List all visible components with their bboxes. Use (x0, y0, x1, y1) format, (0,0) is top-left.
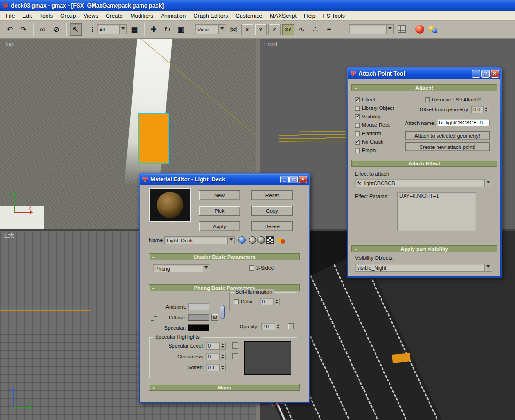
pick-button[interactable]: Pick (199, 206, 240, 216)
menu-group[interactable]: Group (56, 12, 79, 20)
material-editor-button[interactable] (427, 23, 439, 36)
new-button[interactable]: New (199, 190, 240, 200)
material-editor-titlebar[interactable]: Ψ Material Editor - Light_Deck _ □ ✕ (140, 174, 309, 185)
minimize-button[interactable]: _ (280, 176, 289, 183)
material-name-dropdown[interactable]: Light_Deck (164, 236, 235, 244)
rollout-apply-part-visibility[interactable]: - Apply part visibility (351, 245, 497, 252)
menu-help[interactable]: Help (300, 12, 320, 20)
select-by-name-button[interactable]: ▤ (128, 23, 140, 36)
rectangular-selection-region-button[interactable] (83, 23, 95, 36)
viewport-left-label[interactable]: Left (4, 233, 14, 239)
mouse-rect-checkbox[interactable]: Mouse Rect (355, 122, 390, 128)
menu-file[interactable]: File (2, 12, 18, 20)
specular-level-map-button[interactable] (232, 342, 238, 349)
specular-level-spinner[interactable]: 0 (206, 342, 226, 350)
spinner-arrows[interactable] (274, 298, 280, 305)
select-object-button[interactable]: ↖ (70, 23, 82, 36)
menu-animation[interactable]: Animation (157, 12, 189, 20)
create-new-attach-point-button[interactable]: Create new attach point! (405, 142, 490, 151)
attach-to-selected-geometry-button[interactable]: Attach to selected geometry! (405, 131, 490, 140)
diffuse-color-swatch[interactable] (188, 314, 209, 321)
apply-button[interactable]: Apply (199, 221, 240, 231)
visibility-checkbox[interactable]: Visibility (355, 114, 381, 119)
maximize-button[interactable]: □ (481, 70, 490, 78)
attach-tool-titlebar[interactable]: Ψ Attach Point Tool! _ □ ✕ (348, 69, 500, 79)
delete-button[interactable]: Delete (251, 221, 293, 231)
visibility-objects-dropdown[interactable]: visible_Night (355, 264, 492, 272)
viewport-top-label[interactable]: Top (4, 41, 13, 47)
effect-checkbox[interactable]: Effect (355, 97, 375, 102)
rollout-attach-effect[interactable]: - Attach Effect (351, 160, 497, 167)
reset-button[interactable]: Reset (251, 190, 293, 200)
specular-color-swatch[interactable] (188, 324, 209, 331)
unlink-selection-button[interactable]: ⊘ (50, 23, 62, 36)
attach-name-input[interactable] (437, 119, 490, 126)
platform-checkbox[interactable]: Platform (355, 131, 381, 136)
spinner-arrows[interactable] (220, 353, 226, 360)
window-titlebar[interactable]: Ψ deck03.gmax - gmax - [FSX_GMaxGamepack… (0, 0, 515, 11)
select-and-link-button[interactable]: ∞ (37, 23, 49, 36)
ambient-color-swatch[interactable] (188, 303, 209, 310)
maximize-button[interactable]: □ (289, 176, 298, 183)
menu-create[interactable]: Create (102, 12, 126, 20)
spacing-tool-button[interactable]: ≡ (323, 23, 335, 36)
shader-type-dropdown[interactable]: Phong (153, 264, 210, 272)
menu-graph-editors[interactable]: Graph Editors (189, 12, 232, 20)
axis-x-button[interactable]: X (241, 24, 253, 35)
viewport-front-label[interactable]: Front (264, 41, 277, 47)
empty-checkbox[interactable]: Empty (355, 148, 376, 153)
self-illumination-color-checkbox[interactable]: Color (234, 299, 253, 304)
glossiness-map-button[interactable] (232, 353, 238, 359)
material-preview[interactable] (149, 188, 191, 222)
selection-filter-dropdown[interactable]: All (97, 24, 127, 34)
remove-fs9-attach-checkbox[interactable]: Remove FS9 Attach? (425, 97, 481, 102)
rollout-maps[interactable]: + Maps (149, 384, 300, 391)
rollout-attach[interactable]: - Attach! (351, 84, 497, 91)
minimize-button[interactable]: _ (472, 70, 480, 78)
backlight-icon[interactable] (249, 236, 256, 244)
quick-render-button[interactable] (414, 23, 426, 36)
close-button[interactable]: ✕ (299, 176, 307, 183)
reference-coordinate-dropdown[interactable]: View (195, 24, 226, 34)
background-sphere-icon[interactable] (258, 236, 265, 244)
axis-xy-button[interactable]: XY (282, 24, 294, 35)
glossiness-spinner[interactable]: 0 (206, 353, 226, 360)
curve-editor-button[interactable]: ∿ (296, 23, 308, 36)
rollout-phong-basic-parameters[interactable]: - Phong Basic Parameters (149, 284, 300, 291)
menu-tools[interactable]: Tools (36, 12, 56, 20)
copy-button[interactable]: Copy (251, 206, 293, 216)
opacity-spinner[interactable]: 40 (261, 323, 281, 330)
spinner-arrows[interactable] (484, 106, 489, 113)
axis-z-button[interactable]: Z (268, 24, 281, 35)
show-map-in-viewport-icon[interactable] (238, 236, 246, 244)
spinner-arrows[interactable] (275, 323, 281, 330)
close-button[interactable]: ✕ (491, 70, 499, 78)
axis-y-button[interactable]: Y (255, 24, 267, 35)
library-object-checkbox[interactable]: Library Object (355, 105, 394, 111)
selected-object-top[interactable] (138, 113, 169, 164)
menu-modifiers[interactable]: Modifiers (126, 12, 157, 20)
menu-edit[interactable]: Edit (18, 12, 36, 20)
named-selection-dropdown[interactable] (349, 24, 394, 34)
offset-spinner[interactable]: 0.0 (471, 106, 489, 113)
lock-diffuse-specular-bracket[interactable] (154, 316, 157, 332)
diffuse-map-button[interactable]: M (211, 314, 218, 321)
soften-spinner[interactable]: 0.1 (206, 364, 226, 371)
select-and-scale-button[interactable]: ▣ (175, 23, 187, 36)
menu-customize[interactable]: Customize (232, 12, 266, 20)
use-pivot-center-button[interactable]: ⋈ (227, 23, 240, 36)
select-and-rotate-button[interactable]: ↻ (161, 23, 173, 36)
effect-params-textarea[interactable]: DAY=0;NIGHT=1 (397, 192, 476, 231)
menu-fs-tools[interactable]: FS Tools (319, 12, 348, 20)
menu-views[interactable]: Views (79, 12, 102, 20)
opacity-map-button[interactable] (288, 323, 294, 329)
undo-button[interactable]: ↶ (4, 23, 16, 36)
menu-maxscript[interactable]: MAXScript (266, 12, 300, 20)
effect-to-attach-dropdown[interactable]: fx_lightCBCBCB (355, 179, 492, 187)
spinner-arrows[interactable] (220, 364, 226, 371)
select-and-move-button[interactable]: ✚ (148, 23, 160, 36)
checker-background-icon[interactable] (266, 236, 274, 244)
lock-icon[interactable] (220, 305, 225, 319)
no-crash-checkbox[interactable]: No Crash (355, 139, 383, 145)
material-color-icon[interactable] (277, 236, 285, 244)
